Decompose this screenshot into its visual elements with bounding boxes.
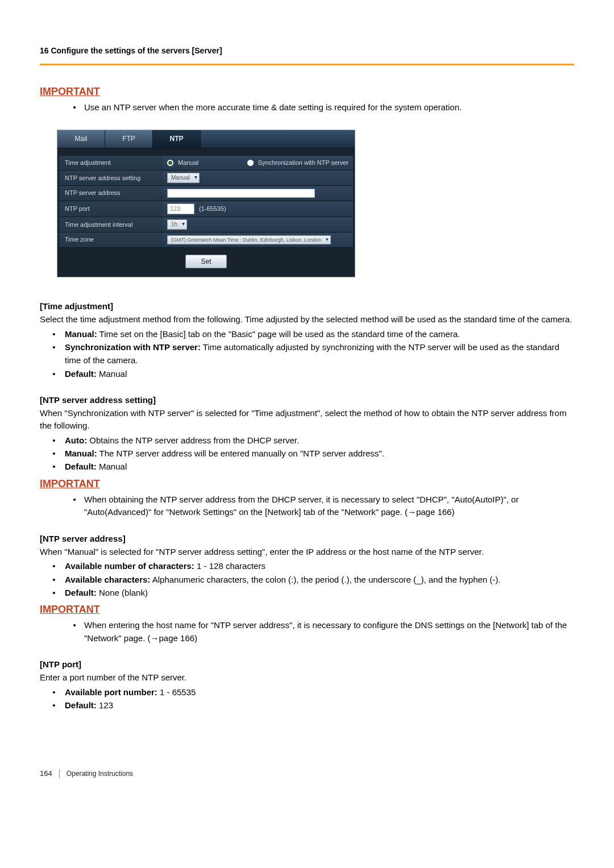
section-heading: [NTP port] [40,658,574,670]
chapter-header: 16 Configure the settings of the servers… [40,45,574,65]
list-item: Available characters: Alphanumeric chara… [63,573,574,586]
port-range-hint: (1-65535) [199,205,226,213]
row-label: Time zone [59,232,163,247]
important-heading-3: IMPORTANT [40,603,574,617]
important-note: When obtaining the NTP server address fr… [81,493,574,519]
ntp-settings-screenshot: Mail FTP NTP Time adjustment Manual Sync… [57,130,355,277]
section-heading: [NTP server address setting] [40,394,574,406]
list-item: Default: Manual [63,460,574,473]
paragraph: Enter a port number of the NTP server. [40,671,574,684]
row-label: Time adjustment [59,156,163,170]
radio-ntp-sync[interactable] [247,160,254,166]
page-footer: 164 Operating Instructions [40,769,574,779]
page-number: 164 [40,769,52,779]
paragraph: When "Synchronization with NTP server" i… [40,407,574,433]
list-item: Synchronization with NTP server: Time au… [63,340,574,367]
tab-ntp[interactable]: NTP [153,130,201,148]
radio-label: Manual [178,159,198,167]
list-item: Auto: Obtains the NTP server address fro… [63,434,574,447]
important-note: Use an NTP server when the more accurate… [81,101,574,114]
row-label: NTP port [59,202,163,216]
important-heading-2: IMPORTANT [40,477,574,491]
tab-ftp[interactable]: FTP [105,130,153,148]
tab-mail[interactable]: Mail [57,130,105,148]
address-setting-select[interactable]: Manual [167,173,200,183]
tab-bar: Mail FTP NTP [57,130,355,148]
radio-label: Synchronization with NTP server [258,159,349,167]
page-xref[interactable]: →page 166 [151,633,195,643]
footer-label: Operating Instructions [67,769,133,779]
list-item: Available number of characters: 1 - 128 … [63,559,574,572]
set-button[interactable]: Set [185,255,226,269]
server-address-input[interactable] [167,189,315,198]
list-item: Default: None (blank) [63,586,574,599]
important-note: When entering the host name for "NTP ser… [81,619,574,645]
paragraph: Select the time adjustment method from t… [40,313,574,326]
list-item: Available port number: 1 - 65535 [63,686,574,699]
list-item: Manual: The NTP server address will be e… [63,447,574,460]
row-label: NTP server address [59,186,163,200]
list-item: Default: 123 [63,699,574,712]
timezone-select[interactable]: (GMT) Greenwich Mean Time : Dublin, Edin… [167,235,331,245]
list-item: Manual: Time set on the [Basic] tab on t… [63,327,574,340]
row-label: NTP server address setting [59,171,163,185]
interval-select[interactable]: 1h [167,219,187,230]
list-item: Default: Manual [63,367,574,380]
port-input[interactable]: 123 [167,203,194,214]
section-heading: [Time adjustment] [40,300,574,312]
paragraph: When "Manual" is selected for "NTP serve… [40,546,574,559]
section-heading: [NTP server address] [40,533,574,545]
important-heading-1: IMPORTANT [40,85,574,99]
radio-manual[interactable] [167,160,173,166]
page-xref[interactable]: →page 166 [408,507,452,517]
row-label: Time adjustment interval [59,218,163,232]
